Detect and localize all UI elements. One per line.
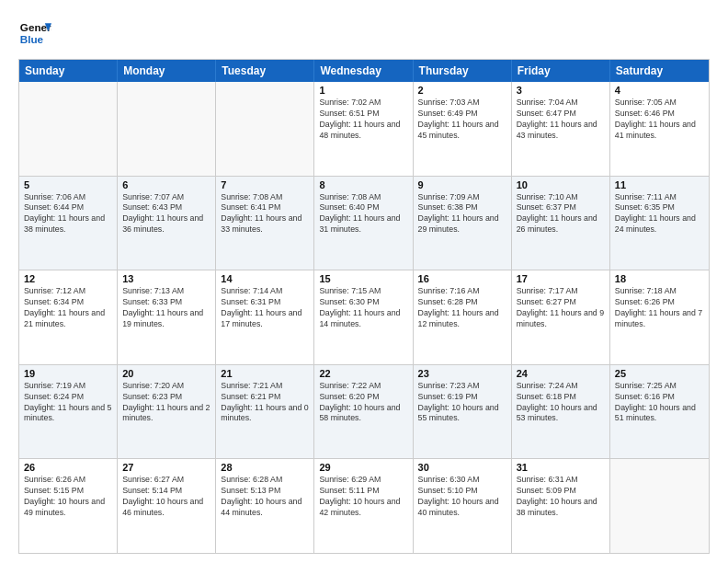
day-number: 4 [615, 85, 704, 96]
day-info: Sunrise: 7:05 AM Sunset: 6:46 PM Dayligh… [615, 98, 704, 142]
empty-cell [19, 82, 118, 176]
calendar-day-cell: 2Sunrise: 7:03 AM Sunset: 6:49 PM Daylig… [414, 82, 512, 176]
calendar-day-cell: 24Sunrise: 7:24 AM Sunset: 6:18 PM Dayli… [512, 365, 610, 459]
calendar-day-cell: 18Sunrise: 7:18 AM Sunset: 6:26 PM Dayli… [610, 270, 709, 364]
day-number: 30 [418, 462, 506, 473]
weekday-header: Saturday [610, 60, 709, 82]
day-number: 23 [418, 368, 506, 379]
calendar-day-cell: 25Sunrise: 7:25 AM Sunset: 6:16 PM Dayli… [610, 365, 709, 459]
day-info: Sunrise: 7:09 AM Sunset: 6:38 PM Dayligh… [418, 192, 506, 236]
logo: General Blue [18, 17, 51, 50]
day-info: Sunrise: 7:08 AM Sunset: 6:40 PM Dayligh… [319, 192, 407, 236]
calendar-day-cell: 22Sunrise: 7:22 AM Sunset: 6:20 PM Dayli… [314, 365, 413, 459]
day-info: Sunrise: 6:29 AM Sunset: 5:11 PM Dayligh… [319, 475, 407, 519]
day-info: Sunrise: 7:13 AM Sunset: 6:33 PM Dayligh… [122, 286, 210, 330]
calendar-day-cell: 29Sunrise: 6:29 AM Sunset: 5:11 PM Dayli… [314, 459, 413, 553]
day-number: 17 [517, 273, 605, 284]
empty-cell [118, 82, 216, 176]
calendar-day-cell: 20Sunrise: 7:20 AM Sunset: 6:23 PM Dayli… [118, 365, 216, 459]
calendar-header-row: SundayMondayTuesdayWednesdayThursdayFrid… [19, 60, 709, 82]
calendar-day-cell: 6Sunrise: 7:07 AM Sunset: 6:43 PM Daylig… [118, 177, 216, 270]
day-number: 13 [122, 273, 210, 284]
day-number: 8 [319, 179, 407, 190]
calendar-body: 1Sunrise: 7:02 AM Sunset: 6:51 PM Daylig… [19, 82, 709, 553]
day-number: 21 [221, 368, 309, 379]
calendar-day-cell: 4Sunrise: 7:05 AM Sunset: 6:46 PM Daylig… [610, 82, 709, 176]
day-info: Sunrise: 7:24 AM Sunset: 6:18 PM Dayligh… [517, 381, 605, 425]
weekday-header: Wednesday [314, 60, 413, 82]
day-number: 16 [418, 273, 506, 284]
day-info: Sunrise: 7:17 AM Sunset: 6:27 PM Dayligh… [517, 286, 605, 330]
calendar-day-cell: 13Sunrise: 7:13 AM Sunset: 6:33 PM Dayli… [118, 270, 216, 364]
calendar-day-cell: 27Sunrise: 6:27 AM Sunset: 5:14 PM Dayli… [118, 459, 216, 553]
calendar-day-cell: 3Sunrise: 7:04 AM Sunset: 6:47 PM Daylig… [512, 82, 610, 176]
day-number: 22 [319, 368, 407, 379]
calendar-row: 12Sunrise: 7:12 AM Sunset: 6:34 PM Dayli… [19, 270, 709, 364]
day-info: Sunrise: 7:06 AM Sunset: 6:44 PM Dayligh… [24, 192, 112, 236]
calendar: SundayMondayTuesdayWednesdayThursdayFrid… [18, 59, 710, 554]
day-info: Sunrise: 7:14 AM Sunset: 6:31 PM Dayligh… [221, 286, 309, 330]
day-info: Sunrise: 7:15 AM Sunset: 6:30 PM Dayligh… [319, 286, 407, 330]
day-number: 20 [122, 368, 210, 379]
weekday-header: Tuesday [216, 60, 314, 82]
day-info: Sunrise: 7:20 AM Sunset: 6:23 PM Dayligh… [122, 381, 210, 425]
calendar-day-cell: 23Sunrise: 7:23 AM Sunset: 6:19 PM Dayli… [414, 365, 512, 459]
calendar-day-cell: 15Sunrise: 7:15 AM Sunset: 6:30 PM Dayli… [314, 270, 413, 364]
day-number: 29 [319, 462, 407, 473]
weekday-header: Sunday [19, 60, 118, 82]
calendar-day-cell: 10Sunrise: 7:10 AM Sunset: 6:37 PM Dayli… [512, 177, 610, 270]
day-number: 5 [24, 179, 112, 190]
day-number: 14 [221, 273, 309, 284]
day-info: Sunrise: 7:23 AM Sunset: 6:19 PM Dayligh… [418, 381, 506, 425]
day-number: 9 [418, 179, 506, 190]
calendar-day-cell: 8Sunrise: 7:08 AM Sunset: 6:40 PM Daylig… [314, 177, 413, 270]
day-number: 19 [24, 368, 112, 379]
day-number: 24 [517, 368, 605, 379]
page-header: General Blue [18, 17, 710, 50]
day-info: Sunrise: 6:27 AM Sunset: 5:14 PM Dayligh… [122, 475, 210, 519]
calendar-day-cell: 30Sunrise: 6:30 AM Sunset: 5:10 PM Dayli… [414, 459, 512, 553]
calendar-day-cell: 28Sunrise: 6:28 AM Sunset: 5:13 PM Dayli… [216, 459, 314, 553]
empty-cell [216, 82, 314, 176]
calendar-day-cell: 5Sunrise: 7:06 AM Sunset: 6:44 PM Daylig… [19, 177, 118, 270]
day-info: Sunrise: 7:04 AM Sunset: 6:47 PM Dayligh… [517, 98, 605, 142]
day-number: 18 [615, 273, 704, 284]
weekday-header: Thursday [414, 60, 512, 82]
svg-text:Blue: Blue [20, 33, 44, 45]
day-info: Sunrise: 7:10 AM Sunset: 6:37 PM Dayligh… [517, 192, 605, 236]
calendar-day-cell: 19Sunrise: 7:19 AM Sunset: 6:24 PM Dayli… [19, 365, 118, 459]
day-number: 15 [319, 273, 407, 284]
day-info: Sunrise: 6:30 AM Sunset: 5:10 PM Dayligh… [418, 475, 506, 519]
day-number: 12 [24, 273, 112, 284]
day-number: 1 [319, 85, 407, 96]
calendar-row: 26Sunrise: 6:26 AM Sunset: 5:15 PM Dayli… [19, 458, 709, 553]
calendar-day-cell: 7Sunrise: 7:08 AM Sunset: 6:41 PM Daylig… [216, 177, 314, 270]
day-number: 3 [517, 85, 605, 96]
calendar-day-cell: 16Sunrise: 7:16 AM Sunset: 6:28 PM Dayli… [414, 270, 512, 364]
day-info: Sunrise: 6:26 AM Sunset: 5:15 PM Dayligh… [24, 475, 112, 519]
calendar-day-cell: 1Sunrise: 7:02 AM Sunset: 6:51 PM Daylig… [314, 82, 413, 176]
day-info: Sunrise: 7:25 AM Sunset: 6:16 PM Dayligh… [615, 381, 704, 425]
calendar-row: 1Sunrise: 7:02 AM Sunset: 6:51 PM Daylig… [19, 82, 709, 176]
calendar-day-cell: 21Sunrise: 7:21 AM Sunset: 6:21 PM Dayli… [216, 365, 314, 459]
calendar-day-cell: 12Sunrise: 7:12 AM Sunset: 6:34 PM Dayli… [19, 270, 118, 364]
calendar-row: 5Sunrise: 7:06 AM Sunset: 6:44 PM Daylig… [19, 176, 709, 270]
day-info: Sunrise: 7:19 AM Sunset: 6:24 PM Dayligh… [24, 381, 112, 425]
weekday-header: Friday [512, 60, 610, 82]
day-number: 10 [517, 179, 605, 190]
day-info: Sunrise: 7:08 AM Sunset: 6:41 PM Dayligh… [221, 192, 309, 236]
day-info: Sunrise: 7:12 AM Sunset: 6:34 PM Dayligh… [24, 286, 112, 330]
day-info: Sunrise: 7:11 AM Sunset: 6:35 PM Dayligh… [615, 192, 704, 236]
day-number: 2 [418, 85, 506, 96]
empty-cell [610, 459, 709, 553]
calendar-day-cell: 14Sunrise: 7:14 AM Sunset: 6:31 PM Dayli… [216, 270, 314, 364]
weekday-header: Monday [118, 60, 216, 82]
day-info: Sunrise: 7:02 AM Sunset: 6:51 PM Dayligh… [319, 98, 407, 142]
logo-icon: General Blue [18, 17, 51, 50]
day-number: 25 [615, 368, 704, 379]
calendar-day-cell: 31Sunrise: 6:31 AM Sunset: 5:09 PM Dayli… [512, 459, 610, 553]
day-info: Sunrise: 6:31 AM Sunset: 5:09 PM Dayligh… [517, 475, 605, 519]
day-info: Sunrise: 7:03 AM Sunset: 6:49 PM Dayligh… [418, 98, 506, 142]
day-info: Sunrise: 7:22 AM Sunset: 6:20 PM Dayligh… [319, 381, 407, 425]
day-number: 27 [122, 462, 210, 473]
